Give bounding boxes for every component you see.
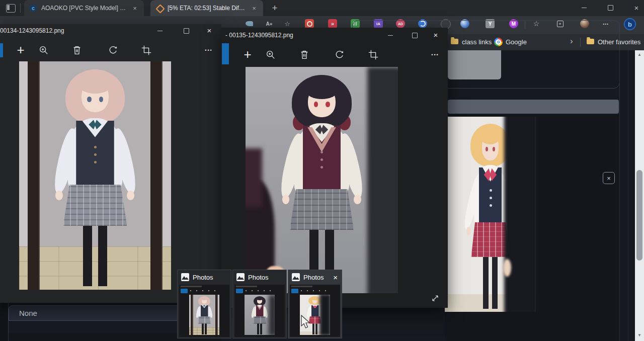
mini-photo-00134	[189, 295, 219, 335]
preview-header: Photos	[233, 270, 286, 284]
figure-leg	[83, 222, 92, 286]
photos-app-icon	[236, 273, 245, 281]
tab-separator	[20, 4, 21, 13]
preview-thumbnail-window	[290, 285, 340, 337]
figure-leg	[492, 254, 498, 309]
scrollbar-thumb[interactable]	[636, 170, 642, 261]
style-dropdown-value: None	[19, 309, 37, 317]
image-floor	[19, 246, 171, 290]
figure-buttons	[490, 189, 492, 192]
see-all-photos-button[interactable]	[222, 43, 229, 64]
taskbar-preview-flyout: Photos Photos	[177, 270, 345, 338]
mini-photo-00135	[245, 295, 275, 335]
rotate-icon[interactable]	[106, 44, 119, 56]
add-icon[interactable]: +	[241, 48, 254, 61]
browser-minimize-button[interactable]	[577, 2, 592, 13]
photo-00135[interactable]	[246, 67, 398, 293]
figure-leg	[98, 222, 107, 286]
figure-hand	[466, 227, 471, 235]
figure-buttons	[320, 151, 323, 153]
delete-icon[interactable]	[298, 49, 311, 61]
blurred-hand	[503, 259, 511, 277]
figure-eye	[87, 97, 91, 102]
zoom-in-icon[interactable]	[264, 49, 277, 61]
see-more-icon[interactable]: •••	[202, 46, 215, 54]
mini-titlebar	[291, 286, 312, 287]
mini-toolbar-icons	[246, 290, 276, 291]
minimize-icon[interactable]	[154, 26, 166, 35]
tab-actions-icon[interactable]	[6, 4, 16, 13]
delete-icon[interactable]	[70, 44, 84, 56]
gallery-image[interactable]	[445, 117, 536, 312]
mini-see-all-photos-button	[236, 289, 243, 293]
favorites-star-icon[interactable]: ☆	[283, 19, 292, 28]
image-lightbox: ×	[445, 115, 619, 341]
new-tab-button[interactable]: +	[269, 2, 281, 14]
see-more-icon[interactable]: •••	[429, 51, 442, 59]
minimize-icon[interactable]	[384, 31, 396, 40]
preview-thumbnail-window	[179, 285, 229, 337]
scroll-down-icon[interactable]: ▼	[635, 333, 644, 337]
preview-card-photos-1[interactable]: Photos	[177, 270, 231, 338]
preview-card-photos-2[interactable]: Photos	[232, 270, 287, 338]
photos-app-icon	[181, 273, 189, 281]
rotate-icon[interactable]	[333, 49, 346, 61]
civitai-favicon: c	[29, 4, 37, 12]
preview-card-photos-3[interactable]: Photos ×	[288, 270, 342, 338]
mini-titlebar	[236, 286, 257, 287]
expand-icon[interactable]	[429, 292, 441, 304]
extension-o-icon[interactable]	[305, 19, 314, 28]
mini-see-all-photos-button	[291, 289, 298, 293]
figure-hand	[127, 191, 134, 200]
blurred-suit-figure	[504, 117, 536, 312]
extension-fin-icon[interactable]	[245, 19, 254, 28]
browser-close-button[interactable]: ×	[629, 2, 644, 13]
photos-app-icon	[292, 273, 300, 281]
door-frame	[28, 61, 40, 290]
figure-hand	[55, 191, 62, 200]
page-column-border	[628, 50, 628, 341]
add-icon[interactable]: +	[14, 43, 27, 56]
maximize-icon[interactable]	[180, 26, 192, 35]
crop-icon[interactable]	[367, 49, 380, 61]
preview-header: Photos ×	[288, 270, 342, 284]
blurred-foreground-figure	[367, 67, 398, 293]
figure-skirt	[63, 185, 127, 226]
mini-toolbar-icons	[301, 290, 331, 291]
figure-eye	[326, 102, 330, 107]
extension-fastforward-icon[interactable]: »	[328, 19, 337, 28]
scroll-up-icon[interactable]: ▲	[635, 52, 644, 57]
browser-maximize-button[interactable]	[603, 2, 618, 13]
preview-app-label: Photos	[248, 274, 268, 281]
figure-bangs	[306, 83, 338, 99]
tab-title: AOAOKO [PVC Style Model] - PV	[41, 5, 127, 12]
mini-toolbar-icons	[190, 290, 220, 291]
bing-icon[interactable]: b	[624, 18, 636, 30]
tab-close-icon[interactable]: ×	[131, 5, 139, 12]
screen: c AOAOKO [PVC Style Model] - PV × [5% ET…	[0, 0, 644, 341]
mini-see-all-photos-button	[181, 289, 188, 293]
read-aloud-icon[interactable]: A»	[265, 19, 274, 28]
tab-title: [5% ETA: 02:53] Stable Diffusion	[168, 5, 246, 12]
maximize-icon[interactable]	[409, 31, 421, 40]
mini-titlebar	[181, 286, 202, 287]
crop-icon[interactable]	[140, 44, 153, 56]
preview-header: Photos	[178, 270, 231, 284]
close-icon[interactable]: ×	[430, 30, 442, 39]
page-left-gutter	[0, 303, 8, 341]
tab-close-icon[interactable]: ×	[250, 5, 258, 12]
tab-civitai[interactable]: c AOAOKO [PVC Style Model] - PV ×	[24, 0, 144, 16]
preview-close-icon[interactable]: ×	[333, 273, 338, 282]
browser-tab-bar: c AOAOKO [PVC Style Model] - PV × [5% ET…	[0, 0, 644, 16]
figure-buttons	[94, 146, 97, 148]
lightbox-close-button[interactable]: ×	[603, 172, 615, 184]
photo-00134[interactable]	[19, 61, 171, 290]
window-title: 00134-1243095812.png	[0, 27, 64, 34]
tab-stable-diffusion[interactable]: [5% ETA: 02:53] Stable Diffusion ×	[150, 0, 263, 16]
page-scrollbar[interactable]: ▲ ▼	[635, 50, 644, 341]
see-all-photos-button[interactable]	[0, 43, 3, 57]
zoom-in-icon[interactable]	[37, 44, 50, 56]
close-icon[interactable]: ×	[203, 26, 215, 35]
page-column-border	[619, 50, 620, 341]
window-title: - 00135-1243095812.png	[225, 32, 293, 39]
